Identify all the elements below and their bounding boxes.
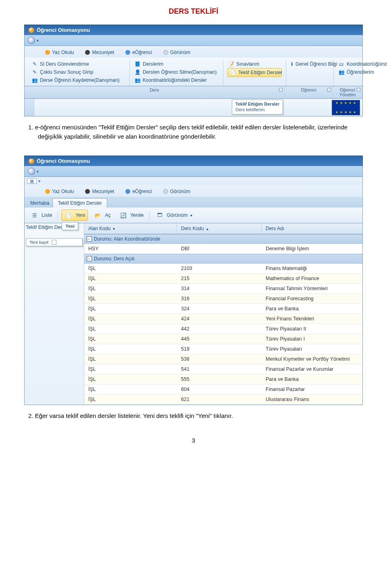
ribbon-group-ders-a: ✎SI Ders Görevlendirme ✎Çoklu Sınav Sonu… xyxy=(27,60,130,86)
ribbon-item-teklif-ettigim[interactable]: 📄 Teklif Ettiğim Dersler xyxy=(227,68,282,77)
column-header-adi[interactable]: Ders Adı xyxy=(262,223,362,234)
table-row[interactable]: İŞL519Türev Piyasaları xyxy=(84,344,362,354)
ribbon-item[interactable]: ℹGenel Öğrenci Bilgi xyxy=(290,60,329,68)
ribbon-tab-strip: Yaz Okulu Mezuniyet eÖğrenci Görünüm xyxy=(24,46,363,58)
screenshot-1: Öğrenci Otomasyonu ▾ Yaz Okulu Mezuniyet… xyxy=(24,25,363,116)
ribbon-item[interactable]: 🗂Koordinatorlüğümdeki Program(lar) xyxy=(338,60,387,68)
ribbon-item[interactable]: ✎Çoklu Sınav Sonuç Girişi xyxy=(31,68,125,76)
cell-alan: İŞL xyxy=(84,274,177,283)
table-row[interactable]: İŞL555Para ve Banka xyxy=(84,374,362,384)
qat-dropdown-icon[interactable]: ▾ xyxy=(37,38,39,43)
workspace-strip: Teklif Ettiğim Dersler Ders tekliflerim xyxy=(24,99,363,116)
ribbon-group-ogrenci: ℹGenel Öğrenci Bilgi xyxy=(286,60,334,86)
grid-header: Alan Kodu ▾ Ders Kodu ▴ Ders Adı xyxy=(84,223,362,234)
ac-button[interactable]: 📂 Aç xyxy=(91,210,113,220)
tab-mezuniyet[interactable]: Mezuniyet xyxy=(82,48,119,58)
cell-kod: 324 xyxy=(177,304,262,314)
table-row[interactable]: İŞL215Mathematics of Finance xyxy=(84,274,362,284)
table-row[interactable]: İŞL604Finansal Pazarlar xyxy=(84,384,362,395)
dropdown-icon[interactable] xyxy=(52,240,56,245)
dialog-launcher-icon[interactable] xyxy=(357,88,360,91)
table-row[interactable]: İŞL445Türev Piyasaları I xyxy=(84,334,362,344)
table-row[interactable]: İŞL324Para ve Banka xyxy=(84,304,362,314)
active-document-tab[interactable]: Teklif Ettiğim Dersler xyxy=(52,198,107,208)
grid-panel: Alan Kodu ▾ Ders Kodu ▴ Ders Adı Durumu:… xyxy=(84,223,362,405)
separator xyxy=(58,211,58,220)
new-icon: 📄 xyxy=(64,211,73,220)
cell-adi: Finansal Tahmin Yöntemleri xyxy=(262,284,362,293)
group-row[interactable]: Durumu: Ders Açık xyxy=(84,254,362,264)
cell-adi: Menkul Kıymetler ve Portföy Yönetimi xyxy=(262,354,362,364)
ribbon-group-mid: 📝Sınavlarım 📄 Teklif Ettiğim Dersler xyxy=(223,60,286,86)
table-row[interactable]: İŞL442Türev Piyasaları II xyxy=(84,324,362,334)
window-title-bar: Öğrenci Otomasyonu xyxy=(24,25,363,35)
table-row[interactable]: HSYDBİDeneme Bilgi İşlem xyxy=(84,244,362,254)
tooltip-subtitle: Ders tekliflerim xyxy=(235,107,279,112)
tab-yaz-okulu[interactable]: Yaz Okulu xyxy=(42,48,78,58)
ribbon-item[interactable]: 👥Koordinatörlüğümdeki Dersler xyxy=(134,76,219,84)
tab-gorunum[interactable]: Görünüm xyxy=(160,187,195,197)
ribbon-item[interactable]: 👤Dersten Öğrenci Silme(Danışman) xyxy=(134,68,219,76)
pencil-icon: ✎ xyxy=(32,61,37,67)
tab-yaz-okulu[interactable]: Yaz Okulu xyxy=(42,187,78,197)
liste-button[interactable]: ☰ Liste xyxy=(28,210,54,220)
cell-alan: İŞL xyxy=(84,294,177,303)
layout-picker[interactable]: ▦ xyxy=(27,178,37,184)
tab-gorunum[interactable]: Görünüm xyxy=(160,48,195,58)
refresh-icon: 🔄 xyxy=(119,211,128,220)
view-icon xyxy=(163,50,168,55)
ribbon-item[interactable]: ✎SI Ders Görevlendirme xyxy=(31,60,125,68)
info-icon: ℹ xyxy=(291,61,293,67)
table-row[interactable]: İŞL424Yeni Finans Teknikleri xyxy=(84,314,362,324)
yeni-button[interactable]: 📄 Yeni Yeni xyxy=(61,210,88,221)
app-orb-icon xyxy=(29,158,34,164)
tab-eogrenci[interactable]: eÖğrenci xyxy=(123,187,156,197)
cell-adi: Yeni Finans Teknikleri xyxy=(262,314,362,324)
view-icon xyxy=(163,189,168,194)
qat-dropdown-icon[interactable]: ▾ xyxy=(37,169,39,174)
column-header-alan[interactable]: Alan Kodu ▾ xyxy=(84,223,177,234)
gorunum-button[interactable]: 🗔 Görünüm ▾ xyxy=(153,210,194,220)
table-row[interactable]: İŞL314Finansal Tahmin Yöntemleri xyxy=(84,284,362,294)
cell-alan: İŞL xyxy=(84,395,177,404)
cell-adi: Finansal Pazarlar xyxy=(262,384,362,394)
tab-eogrenci[interactable]: eÖğrenci xyxy=(123,48,156,58)
chevron-down-icon[interactable]: ▾ xyxy=(38,179,41,184)
person-remove-icon: 👤 xyxy=(135,69,140,75)
table-row[interactable]: İŞL541Finansal Pazarlar ve Kurumlar xyxy=(84,364,362,374)
greeting-label: Merhaba xyxy=(27,199,52,208)
ribbon-tab-strip: Yaz Okulu Mezuniyet eÖğrenci Görünüm xyxy=(24,185,363,197)
column-header-ders[interactable]: Ders Kodu ▴ xyxy=(177,223,262,234)
separator xyxy=(149,211,150,220)
dialog-launcher-icon[interactable] xyxy=(327,88,331,91)
book-icon: 📘 xyxy=(135,61,140,67)
ribbon-item[interactable]: 📝Sınavlarım xyxy=(227,60,282,68)
list-icon: ☰ xyxy=(30,211,39,220)
ribbon-item[interactable]: 👥Derse Öğrenci Kaydetme(Danışman) xyxy=(31,76,125,84)
students-icon: 👥 xyxy=(339,69,344,75)
cell-adi: Türev Piyasaları I xyxy=(262,334,362,344)
cell-alan: İŞL xyxy=(84,304,177,314)
sun-icon xyxy=(45,50,50,55)
app-menu-orb[interactable] xyxy=(28,37,35,44)
tree-panel: Teklif Ettiğim Derle Yeni kayıt xyxy=(25,223,84,405)
table-row[interactable]: İŞL316Financial Forecasting xyxy=(84,294,362,304)
group-row[interactable]: Durumu: Alan Koordinatöründe xyxy=(84,234,362,244)
ribbon-item[interactable]: 👥Öğrencilerim xyxy=(338,68,387,76)
cell-alan: İŞL xyxy=(84,354,177,364)
ribbon-item[interactable]: 📘Derslerim xyxy=(134,60,219,68)
cell-kod: DBİ xyxy=(177,244,262,253)
table-row[interactable]: İŞL621Uluslararası Finans xyxy=(84,395,362,405)
app-menu-orb[interactable] xyxy=(28,168,35,175)
cell-alan: İŞL xyxy=(84,374,177,384)
cell-kod: 314 xyxy=(177,284,262,293)
quick-access-toolbar: ▾ xyxy=(24,35,363,46)
tab-label: eÖğrenci xyxy=(132,50,152,55)
dialog-launcher-icon[interactable] xyxy=(279,88,283,91)
table-row[interactable]: İŞL2103Finans Matematiği xyxy=(84,264,362,274)
tab-mezuniyet[interactable]: Mezuniyet xyxy=(82,187,119,197)
cell-alan: İŞL xyxy=(84,384,177,394)
table-row[interactable]: İŞL538Menkul Kıymetler ve Portföy Yöneti… xyxy=(84,354,362,364)
yenile-button[interactable]: 🔄 Yenile xyxy=(117,210,146,220)
cell-alan: İŞL xyxy=(84,284,177,293)
